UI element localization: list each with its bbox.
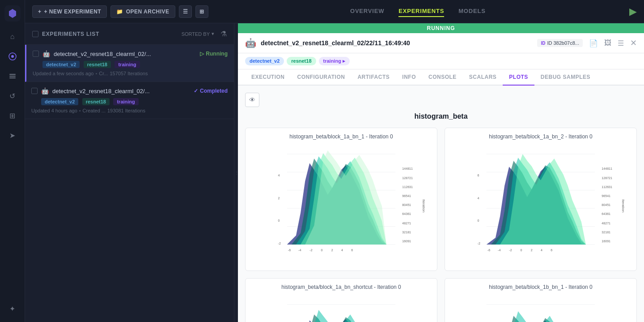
detail-tag-1[interactable]: detectnet_v2 (245, 57, 284, 65)
plots-area: 👁 histogram_beta histogram_beta/block_1a… (238, 86, 644, 322)
svg-text:112631: 112631 (602, 185, 612, 189)
plus-icon: + (38, 9, 42, 15)
plot-card-4: histogram_beta/block_1b_bn_1 - Iteration… (445, 278, 637, 322)
svg-text:6: 6 (551, 249, 552, 252)
exp1-tag-2[interactable]: resnet18 (84, 61, 111, 68)
svg-text:64361: 64361 (402, 212, 411, 215)
grid-icon[interactable]: ⊞ (4, 107, 21, 124)
svg-text:-2: -2 (478, 242, 480, 245)
detail-panel: RUNNING 🤖 detectnet_v2_resnet18_clearml_… (238, 23, 644, 322)
exp2-tag-3[interactable]: training (113, 98, 138, 105)
new-experiment-button[interactable]: + + NEW EXPERIMENT (32, 5, 107, 18)
detail-tag-3[interactable]: training ▸ (319, 57, 350, 65)
document-icon[interactable]: 📄 (589, 39, 598, 47)
detail-header: 🤖 detectnet_v2_resnet18_clearml_02/22/11… (238, 33, 644, 53)
topnav-tabs: OVERVIEW EXPERIMENTS MODELS (212, 6, 624, 17)
plot-card-1: histogram_beta/block_1a_bn_1 - Iteration… (245, 128, 437, 271)
plot-3-title: histogram_beta/block_1a_bn_shortcut - It… (251, 284, 432, 290)
svg-marker-75 (287, 319, 386, 322)
experiments-nav-icon[interactable] (4, 48, 21, 64)
svg-text:96541: 96541 (602, 194, 610, 197)
exp2-tag-2[interactable]: resnet18 (82, 98, 110, 105)
svg-text:-2: -2 (509, 249, 512, 252)
tab-overview[interactable]: OVERVIEW (350, 6, 384, 17)
list-view-button[interactable]: ☰ (179, 5, 192, 18)
tab-models[interactable]: MODELS (458, 6, 485, 17)
archive-icon: 📁 (116, 9, 123, 15)
detail-tag-2[interactable]: resnet18 (287, 57, 316, 65)
tab-debug-samples[interactable]: DEBUG SAMPLES (534, 69, 597, 86)
exp1-tag-3[interactable]: training (114, 61, 140, 68)
plot-3-chart (251, 294, 432, 322)
top-navigation: + + NEW EXPERIMENT 📁 OPEN ARCHIVE ☰ ⊞ OV… (25, 0, 644, 23)
svg-text:4: 4 (341, 249, 343, 252)
home-icon[interactable]: ⌂ (4, 29, 21, 45)
sparkles-icon[interactable]: ✦ (4, 301, 21, 317)
tab-console[interactable]: CONSOLE (422, 69, 463, 86)
tab-plots[interactable]: PLOTS (503, 69, 534, 86)
plot-2-chart: 16091 32181 48271 64361 80451 96541 1126… (450, 143, 631, 260)
exp1-tag-1[interactable]: detectnet_v2 (42, 61, 80, 68)
check-icon: ✓ (194, 88, 198, 94)
exp1-checkbox[interactable] (33, 51, 39, 57)
experiment-card-2[interactable]: 🤖 detectnet_v2_resnet18_clearml_02/... ✓… (25, 82, 234, 119)
svg-marker-77 (296, 310, 386, 322)
resize-handle[interactable]: ⋮ (234, 23, 238, 322)
rerun-icon[interactable]: ↺ (4, 88, 21, 104)
plot-card-2: histogram_beta/block_1a_bn_2 - Iteration… (445, 128, 637, 271)
tab-info[interactable]: INFO (396, 69, 422, 86)
svg-rect-4 (9, 76, 16, 77)
plot-1-chart: 16091 32181 48271 64361 80451 96541 1126… (251, 143, 432, 260)
tab-configuration[interactable]: CONFIGURATION (291, 69, 352, 86)
svg-text:128721: 128721 (402, 176, 413, 180)
svg-text:64361: 64361 (602, 212, 610, 215)
tab-execution[interactable]: EXECUTION (245, 69, 291, 86)
detail-id-value: ID 382b07c8... (547, 40, 579, 46)
menu-icon[interactable]: ☰ (618, 39, 624, 47)
select-all-checkbox[interactable] (32, 31, 38, 37)
detail-tags-row: detectnet_v2 resnet18 training ▸ (238, 53, 644, 69)
sidebar-logo (4, 5, 21, 21)
tab-scalars[interactable]: SCALARS (463, 69, 503, 86)
exp2-tag-1[interactable]: detectnet_v2 (41, 98, 78, 105)
exp1-robot-icon: 🤖 (42, 50, 50, 57)
svg-text:Iteration: Iteration (422, 199, 426, 212)
layers-icon[interactable] (4, 68, 21, 84)
plots-grid: histogram_beta/block_1a_bn_1 - Iteration… (245, 128, 637, 322)
detail-id-badge: ID ID 382b07c8... (537, 39, 583, 47)
svg-point-2 (11, 55, 14, 58)
exp2-robot-icon: 🤖 (41, 87, 49, 94)
tab-experiments[interactable]: EXPERIMENTS (398, 6, 444, 17)
sidebar: ⌂ ↺ ⊞ ➤ ✦ (0, 0, 25, 322)
svg-rect-5 (9, 77, 16, 78)
main-area: + + NEW EXPERIMENT 📁 OPEN ARCHIVE ☰ ⊞ OV… (25, 0, 644, 322)
svg-text:-2: -2 (278, 242, 281, 245)
tab-artifacts[interactable]: ARTIFACTS (351, 69, 396, 86)
plot-2-title: histogram_beta/block_1a_bn_2 - Iteration… (450, 133, 631, 140)
experiments-panel: EXPERIMENTS LIST SORTED BY ▾ ⚗ 🤖 detectn… (25, 23, 234, 322)
plot-1-title: histogram_beta/block_1a_bn_1 - Iteration… (251, 133, 432, 140)
arrow-right-icon[interactable]: ➤ (4, 127, 21, 143)
svg-text:16091: 16091 (602, 240, 610, 243)
sort-button[interactable]: SORTED BY ▾ (182, 31, 214, 37)
grid-view-button[interactable]: ⊞ (195, 5, 208, 18)
svg-text:0: 0 (278, 219, 280, 222)
play-button[interactable]: ▶ (629, 6, 637, 17)
exp2-checkbox[interactable] (31, 88, 38, 94)
experiment-card-1[interactable]: 🤖 detectnet_v2_resnet18_clearml_02/... ▷… (25, 45, 234, 82)
svg-marker-86 (496, 311, 586, 322)
chevron-down-icon: ▾ (212, 31, 214, 37)
close-icon[interactable]: ✕ (630, 38, 637, 48)
image-icon[interactable]: 🖼 (604, 39, 611, 47)
svg-text:128721: 128721 (602, 176, 612, 180)
filter-icon[interactable]: ⚗ (220, 30, 227, 38)
svg-text:0: 0 (521, 249, 522, 252)
svg-text:0: 0 (478, 219, 479, 222)
toggle-visibility-button[interactable]: 👁 (245, 93, 259, 107)
svg-text:2: 2 (278, 197, 280, 200)
svg-text:4: 4 (278, 174, 280, 177)
open-archive-button[interactable]: 📁 OPEN ARCHIVE (110, 5, 175, 18)
svg-text:112631: 112631 (402, 185, 413, 189)
svg-text:32181: 32181 (602, 231, 610, 234)
svg-text:48271: 48271 (602, 222, 610, 225)
